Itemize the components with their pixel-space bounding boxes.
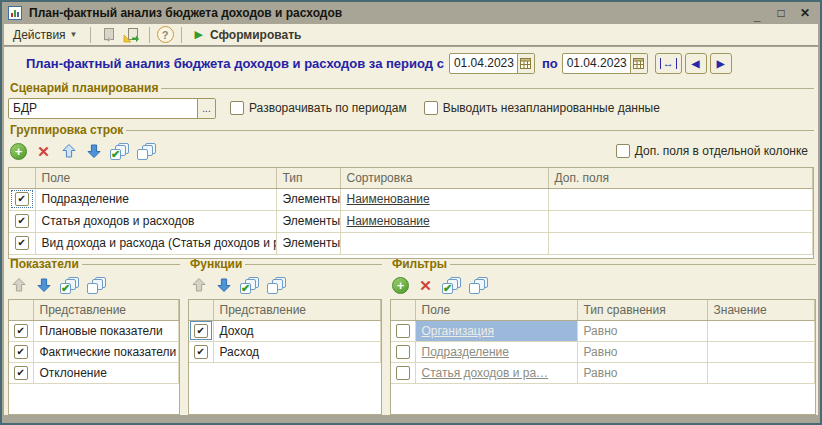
row-checkbox-cell[interactable]: ✔: [9, 232, 35, 254]
row-checkbox-cell[interactable]: ✔: [189, 341, 213, 362]
column-header[interactable]: Доп. поля: [548, 168, 813, 188]
show-unplanned-checkbox[interactable]: Выводить незапланированные данные: [424, 101, 660, 115]
extra-fields-checkbox[interactable]: Доп. поля в отдельной колонке: [616, 144, 808, 158]
column-header[interactable]: Сортировка: [340, 168, 548, 188]
column-header[interactable]: [189, 300, 213, 320]
uncheck-all-icon[interactable]: [87, 277, 106, 294]
field-cell[interactable]: Подразделение: [35, 188, 276, 210]
check-all-icon[interactable]: ✔: [110, 143, 129, 160]
table-row: ✔ Подразделение Элементы Наименование: [9, 188, 813, 210]
move-up-icon[interactable]: [60, 143, 77, 160]
type-cell[interactable]: Элементы: [276, 210, 340, 232]
column-header[interactable]: [9, 168, 35, 188]
column-header[interactable]: Тип сравнения: [577, 300, 707, 320]
extra-cell[interactable]: [548, 210, 813, 232]
date-to-field[interactable]: 01.04.2023: [562, 53, 648, 74]
save-settings-icon[interactable]: [122, 26, 142, 44]
row-checkbox-cell[interactable]: ✔: [9, 188, 35, 210]
uncheck-all-icon[interactable]: [267, 277, 286, 294]
field-cell[interactable]: Подразделение: [415, 341, 577, 362]
row-checkbox-cell[interactable]: ✔: [9, 210, 35, 232]
report-icon: [8, 6, 23, 20]
move-up-icon-disabled[interactable]: [10, 277, 27, 294]
row-checkbox-cell[interactable]: [391, 341, 415, 362]
column-header[interactable]: Тип: [276, 168, 340, 188]
close-button[interactable]: ✕: [796, 5, 814, 21]
checkbox-checked-icon: ✔: [15, 236, 29, 250]
row-checkbox-cell[interactable]: [391, 320, 415, 341]
move-down-icon[interactable]: [85, 143, 102, 160]
move-down-icon[interactable]: [35, 277, 52, 294]
sort-cell[interactable]: Наименование: [340, 188, 548, 210]
column-header[interactable]: Представление: [213, 300, 381, 320]
value-cell[interactable]: [707, 320, 815, 341]
row-checkbox-cell[interactable]: ✔: [9, 320, 33, 341]
sort-cell[interactable]: [340, 232, 548, 254]
label-cell[interactable]: Фактические показатели: [33, 341, 179, 362]
help-button[interactable]: ?: [157, 26, 174, 43]
check-all-icon[interactable]: ✔: [240, 277, 259, 294]
column-header[interactable]: Поле: [35, 168, 276, 188]
column-header[interactable]: Поле: [415, 300, 577, 320]
calendar-button[interactable]: [517, 54, 534, 73]
check-all-icon[interactable]: ✔: [442, 277, 461, 294]
generate-button[interactable]: ▶ Сформировать: [189, 26, 308, 44]
sort-cell[interactable]: Наименование: [340, 210, 548, 232]
checkbox-checked-icon: ✔: [15, 214, 29, 228]
restore-settings-icon[interactable]: [98, 26, 118, 44]
add-filter-icon[interactable]: +: [392, 277, 409, 294]
row-checkbox-cell[interactable]: [391, 362, 415, 383]
next-period-button[interactable]: ▶: [710, 53, 732, 74]
column-header[interactable]: Значение: [707, 300, 815, 320]
label-cell[interactable]: Отклонение: [33, 362, 179, 383]
type-cell[interactable]: Элементы: [276, 232, 340, 254]
check-all-icon[interactable]: ✔: [60, 277, 79, 294]
extra-cell[interactable]: [548, 188, 813, 210]
delete-row-icon[interactable]: ✕: [35, 144, 52, 159]
choose-button[interactable]: ...: [197, 99, 215, 118]
date-from-field[interactable]: 01.04.2023: [449, 53, 535, 74]
value-cell[interactable]: [707, 362, 815, 383]
calendar-button[interactable]: [630, 54, 647, 73]
delete-filter-icon[interactable]: ✕: [417, 278, 434, 293]
value-cell[interactable]: [707, 341, 815, 362]
minimize-button[interactable]: _: [748, 5, 766, 21]
move-up-icon-disabled[interactable]: [190, 277, 207, 294]
label-cell[interactable]: Расход: [213, 341, 381, 362]
label-cell[interactable]: Плановые показатели: [33, 320, 179, 341]
checkbox-unchecked-icon[interactable]: [424, 101, 438, 115]
field-cell[interactable]: Организация: [415, 320, 577, 341]
row-checkbox-cell[interactable]: ✔: [9, 362, 33, 383]
type-cell[interactable]: Элементы: [276, 188, 340, 210]
move-down-icon[interactable]: [215, 277, 232, 294]
date-from-value[interactable]: 01.04.2023: [450, 56, 517, 70]
select-period-button[interactable]: ↔: [655, 53, 682, 74]
column-header[interactable]: [391, 300, 415, 320]
row-checkbox-cell[interactable]: ✔: [9, 341, 33, 362]
comparison-cell[interactable]: Равно: [577, 320, 707, 341]
maximize-button[interactable]: □: [772, 5, 790, 21]
comparison-cell[interactable]: Равно: [577, 362, 707, 383]
previous-period-button[interactable]: ◀: [685, 53, 707, 74]
column-header[interactable]: Представление: [33, 300, 179, 320]
label-cell[interactable]: Доход: [213, 320, 381, 341]
uncheck-all-icon[interactable]: [137, 143, 156, 160]
uncheck-all-icon[interactable]: [469, 277, 488, 294]
scenario-value[interactable]: БДР: [9, 101, 197, 115]
indicators-legend: Показатели: [8, 257, 82, 271]
column-header[interactable]: [9, 300, 33, 320]
row-checkbox-cell[interactable]: ✔: [189, 320, 213, 341]
add-row-icon[interactable]: +: [10, 143, 27, 160]
actions-button[interactable]: Действия ▼: [8, 26, 83, 44]
field-cell[interactable]: Статья доходов и ра…: [415, 362, 577, 383]
date-to-value[interactable]: 01.04.2023: [563, 56, 630, 70]
indicators-table: Представление ✔ Плановые показатели ✔ Фа…: [8, 299, 180, 415]
expand-periods-checkbox[interactable]: Разворачивать по периодам: [230, 101, 407, 115]
checkbox-unchecked-icon[interactable]: [616, 144, 630, 158]
extra-cell[interactable]: [548, 232, 813, 254]
checkbox-unchecked-icon[interactable]: [230, 101, 244, 115]
comparison-cell[interactable]: Равно: [577, 341, 707, 362]
scenario-input[interactable]: БДР ...: [8, 98, 216, 119]
field-cell[interactable]: Вид дохода и расхода (Статья доходов и р…: [35, 232, 276, 254]
field-cell[interactable]: Статья доходов и расходов: [35, 210, 276, 232]
